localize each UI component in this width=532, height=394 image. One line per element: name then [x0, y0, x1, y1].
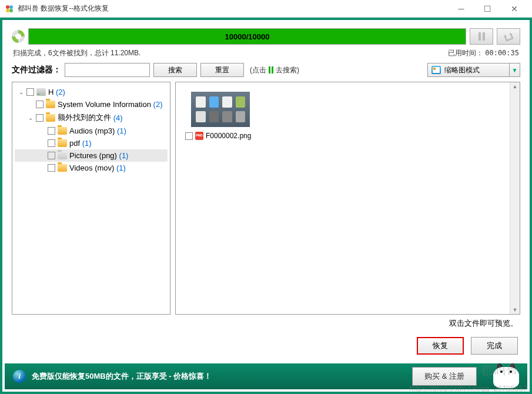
checkbox[interactable] [48, 127, 55, 135]
reset-button[interactable]: 重置 [200, 63, 244, 77]
chevron-down-icon[interactable]: ⌄ [26, 115, 35, 121]
pause-icon [479, 32, 485, 41]
file-list[interactable]: F0000002.png [175, 82, 520, 315]
svg-point-3 [9, 9, 13, 12]
tree-node-videos[interactable]: Videos (mov) (1) [15, 162, 168, 174]
tree-node-pictures[interactable]: Pictures (png) (1) [15, 149, 168, 162]
checkbox[interactable] [48, 139, 55, 147]
close-button[interactable]: ✕ [501, 0, 527, 18]
finish-button[interactable]: 完成 [471, 337, 518, 355]
file-thumbnail [191, 92, 250, 127]
view-mode-button[interactable]: 缩略图模式 [427, 63, 510, 77]
checkbox[interactable] [36, 114, 44, 122]
tree-node-pdf[interactable]: pdf (1) [15, 137, 168, 149]
thumbnail-icon [431, 66, 441, 74]
checkbox[interactable] [36, 101, 44, 108]
folder-icon [46, 114, 55, 122]
minimize-button[interactable]: ─ [448, 0, 474, 18]
drive-icon [36, 88, 46, 96]
pause-mini-icon [269, 66, 273, 74]
tree-node-audios[interactable]: Audios (mp3) (1) [15, 125, 168, 137]
file-item[interactable]: F0000002.png [185, 92, 256, 140]
checkbox[interactable] [48, 164, 55, 172]
progress-text: 10000/10000 [225, 32, 270, 41]
preview-hint: 双击文件即可预览。 [12, 318, 520, 329]
view-mode-label: 缩略图模式 [444, 65, 480, 75]
app-icon [5, 4, 14, 14]
scan-status-text: 扫描完成，6文件被找到，总计 11.20MB. [13, 48, 140, 58]
folder-icon [46, 101, 55, 108]
tree-node-extra[interactable]: ⌄ 额外找到的文件 (4) [15, 111, 168, 125]
png-file-icon [195, 132, 203, 140]
tree-node-drive-h[interactable]: ⌄ H (2) [15, 86, 168, 98]
checkbox[interactable] [26, 88, 34, 96]
recover-button[interactable]: 恢复 [417, 337, 464, 355]
svg-point-2 [6, 9, 9, 12]
filter-label: 文件过滤器： [12, 65, 61, 75]
watermark-cn: 都叫兽 [480, 360, 520, 380]
chevron-down-icon[interactable]: ⌄ [17, 89, 25, 95]
file-name: F0000002.png [206, 132, 251, 140]
promo-text: 免费版仅能恢复50MB的文件，正版享受 - 价格惊喜！ [32, 371, 412, 382]
buy-register-button[interactable]: 购买 & 注册 [412, 367, 477, 386]
folder-icon [58, 139, 67, 147]
spinner-icon [12, 30, 25, 43]
elapsed-time-value: 00:00:35 [485, 49, 519, 57]
checkbox[interactable] [48, 152, 55, 159]
search-button[interactable]: 搜索 [153, 63, 197, 77]
filter-input[interactable] [65, 63, 150, 77]
tree-node-svi[interactable]: System Volume Information (2) [15, 98, 168, 111]
view-mode-dropdown[interactable]: ▼ [510, 63, 520, 77]
maximize-button[interactable]: ☐ [474, 0, 501, 18]
folder-icon [58, 127, 67, 135]
svg-point-0 [6, 5, 9, 9]
window-title: 都叫兽 数据恢复--格式化恢复 [18, 4, 448, 14]
watermark-url: https://blog.csdn.net/qq_29785857 [409, 385, 527, 393]
stop-icon [503, 31, 514, 42]
checkbox[interactable] [185, 132, 193, 140]
folder-open-icon [58, 152, 67, 159]
svg-point-1 [9, 5, 13, 9]
elapsed-time-label: 已用时间： [448, 49, 483, 57]
info-icon: i [13, 370, 26, 383]
progress-bar: 10000/10000 [28, 28, 466, 45]
pause-button[interactable] [470, 28, 493, 45]
stop-button[interactable] [497, 28, 520, 45]
folder-tree[interactable]: ⌄ H (2) System Volume Information (2) ⌄ [12, 82, 170, 315]
scrollbar[interactable] [510, 82, 520, 314]
folder-icon [58, 164, 67, 172]
filter-hint: (点击 去搜索) [250, 65, 299, 75]
